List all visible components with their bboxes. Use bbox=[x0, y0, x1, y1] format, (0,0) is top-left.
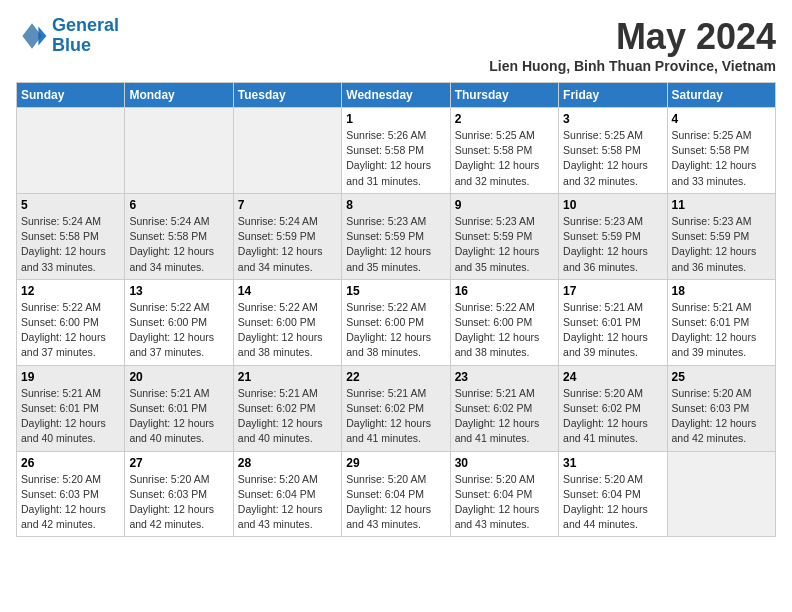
day-info: Sunrise: 5:22 AM Sunset: 6:00 PM Dayligh… bbox=[346, 300, 445, 361]
calendar-cell: 31Sunrise: 5:20 AM Sunset: 6:04 PM Dayli… bbox=[559, 451, 667, 537]
calendar-cell: 21Sunrise: 5:21 AM Sunset: 6:02 PM Dayli… bbox=[233, 365, 341, 451]
calendar-cell bbox=[17, 108, 125, 194]
day-number: 20 bbox=[129, 370, 228, 384]
page-header: General Blue May 2024 Lien Huong, Binh T… bbox=[16, 16, 776, 74]
day-info: Sunrise: 5:22 AM Sunset: 6:00 PM Dayligh… bbox=[238, 300, 337, 361]
weekday-header-monday: Monday bbox=[125, 83, 233, 108]
day-number: 9 bbox=[455, 198, 554, 212]
calendar-cell: 19Sunrise: 5:21 AM Sunset: 6:01 PM Dayli… bbox=[17, 365, 125, 451]
day-info: Sunrise: 5:25 AM Sunset: 5:58 PM Dayligh… bbox=[563, 128, 662, 189]
calendar-cell: 2Sunrise: 5:25 AM Sunset: 5:58 PM Daylig… bbox=[450, 108, 558, 194]
calendar-cell: 7Sunrise: 5:24 AM Sunset: 5:59 PM Daylig… bbox=[233, 193, 341, 279]
calendar-table: SundayMondayTuesdayWednesdayThursdayFrid… bbox=[16, 82, 776, 537]
day-number: 5 bbox=[21, 198, 120, 212]
day-info: Sunrise: 5:22 AM Sunset: 6:00 PM Dayligh… bbox=[455, 300, 554, 361]
day-info: Sunrise: 5:25 AM Sunset: 5:58 PM Dayligh… bbox=[455, 128, 554, 189]
day-info: Sunrise: 5:21 AM Sunset: 6:02 PM Dayligh… bbox=[238, 386, 337, 447]
weekday-header-row: SundayMondayTuesdayWednesdayThursdayFrid… bbox=[17, 83, 776, 108]
day-info: Sunrise: 5:21 AM Sunset: 6:01 PM Dayligh… bbox=[563, 300, 662, 361]
calendar-cell: 29Sunrise: 5:20 AM Sunset: 6:04 PM Dayli… bbox=[342, 451, 450, 537]
day-number: 22 bbox=[346, 370, 445, 384]
weekday-header-sunday: Sunday bbox=[17, 83, 125, 108]
calendar-week-row: 5Sunrise: 5:24 AM Sunset: 5:58 PM Daylig… bbox=[17, 193, 776, 279]
calendar-cell: 15Sunrise: 5:22 AM Sunset: 6:00 PM Dayli… bbox=[342, 279, 450, 365]
calendar-cell: 17Sunrise: 5:21 AM Sunset: 6:01 PM Dayli… bbox=[559, 279, 667, 365]
day-number: 24 bbox=[563, 370, 662, 384]
day-info: Sunrise: 5:24 AM Sunset: 5:58 PM Dayligh… bbox=[129, 214, 228, 275]
day-info: Sunrise: 5:20 AM Sunset: 6:04 PM Dayligh… bbox=[346, 472, 445, 533]
calendar-cell: 22Sunrise: 5:21 AM Sunset: 6:02 PM Dayli… bbox=[342, 365, 450, 451]
logo-line2: Blue bbox=[52, 35, 91, 55]
logo-line1: General bbox=[52, 15, 119, 35]
title-block: May 2024 Lien Huong, Binh Thuan Province… bbox=[489, 16, 776, 74]
calendar-cell: 26Sunrise: 5:20 AM Sunset: 6:03 PM Dayli… bbox=[17, 451, 125, 537]
day-info: Sunrise: 5:21 AM Sunset: 6:02 PM Dayligh… bbox=[455, 386, 554, 447]
day-info: Sunrise: 5:21 AM Sunset: 6:01 PM Dayligh… bbox=[129, 386, 228, 447]
day-info: Sunrise: 5:20 AM Sunset: 6:04 PM Dayligh… bbox=[563, 472, 662, 533]
day-number: 1 bbox=[346, 112, 445, 126]
calendar-cell: 1Sunrise: 5:26 AM Sunset: 5:58 PM Daylig… bbox=[342, 108, 450, 194]
day-number: 21 bbox=[238, 370, 337, 384]
calendar-week-row: 1Sunrise: 5:26 AM Sunset: 5:58 PM Daylig… bbox=[17, 108, 776, 194]
day-number: 3 bbox=[563, 112, 662, 126]
weekday-header-friday: Friday bbox=[559, 83, 667, 108]
day-info: Sunrise: 5:20 AM Sunset: 6:03 PM Dayligh… bbox=[21, 472, 120, 533]
calendar-cell: 11Sunrise: 5:23 AM Sunset: 5:59 PM Dayli… bbox=[667, 193, 775, 279]
calendar-cell: 23Sunrise: 5:21 AM Sunset: 6:02 PM Dayli… bbox=[450, 365, 558, 451]
day-number: 23 bbox=[455, 370, 554, 384]
day-number: 29 bbox=[346, 456, 445, 470]
day-number: 2 bbox=[455, 112, 554, 126]
calendar-cell: 30Sunrise: 5:20 AM Sunset: 6:04 PM Dayli… bbox=[450, 451, 558, 537]
calendar-cell: 5Sunrise: 5:24 AM Sunset: 5:58 PM Daylig… bbox=[17, 193, 125, 279]
calendar-cell: 14Sunrise: 5:22 AM Sunset: 6:00 PM Dayli… bbox=[233, 279, 341, 365]
logo-text: General Blue bbox=[52, 16, 119, 56]
calendar-cell: 6Sunrise: 5:24 AM Sunset: 5:58 PM Daylig… bbox=[125, 193, 233, 279]
day-info: Sunrise: 5:21 AM Sunset: 6:02 PM Dayligh… bbox=[346, 386, 445, 447]
calendar-cell: 18Sunrise: 5:21 AM Sunset: 6:01 PM Dayli… bbox=[667, 279, 775, 365]
day-number: 18 bbox=[672, 284, 771, 298]
calendar-cell: 24Sunrise: 5:20 AM Sunset: 6:02 PM Dayli… bbox=[559, 365, 667, 451]
day-info: Sunrise: 5:25 AM Sunset: 5:58 PM Dayligh… bbox=[672, 128, 771, 189]
calendar-cell: 16Sunrise: 5:22 AM Sunset: 6:00 PM Dayli… bbox=[450, 279, 558, 365]
calendar-cell bbox=[667, 451, 775, 537]
calendar-cell: 9Sunrise: 5:23 AM Sunset: 5:59 PM Daylig… bbox=[450, 193, 558, 279]
day-number: 4 bbox=[672, 112, 771, 126]
weekday-header-saturday: Saturday bbox=[667, 83, 775, 108]
day-number: 17 bbox=[563, 284, 662, 298]
calendar-cell: 8Sunrise: 5:23 AM Sunset: 5:59 PM Daylig… bbox=[342, 193, 450, 279]
calendar-week-row: 12Sunrise: 5:22 AM Sunset: 6:00 PM Dayli… bbox=[17, 279, 776, 365]
weekday-header-wednesday: Wednesday bbox=[342, 83, 450, 108]
day-number: 28 bbox=[238, 456, 337, 470]
day-number: 10 bbox=[563, 198, 662, 212]
day-info: Sunrise: 5:23 AM Sunset: 5:59 PM Dayligh… bbox=[563, 214, 662, 275]
calendar-cell: 13Sunrise: 5:22 AM Sunset: 6:00 PM Dayli… bbox=[125, 279, 233, 365]
day-number: 19 bbox=[21, 370, 120, 384]
logo-icon bbox=[16, 20, 48, 52]
day-number: 15 bbox=[346, 284, 445, 298]
calendar-cell: 25Sunrise: 5:20 AM Sunset: 6:03 PM Dayli… bbox=[667, 365, 775, 451]
day-info: Sunrise: 5:22 AM Sunset: 6:00 PM Dayligh… bbox=[129, 300, 228, 361]
day-info: Sunrise: 5:23 AM Sunset: 5:59 PM Dayligh… bbox=[672, 214, 771, 275]
calendar-cell bbox=[233, 108, 341, 194]
calendar-cell bbox=[125, 108, 233, 194]
day-number: 25 bbox=[672, 370, 771, 384]
calendar-cell: 12Sunrise: 5:22 AM Sunset: 6:00 PM Dayli… bbox=[17, 279, 125, 365]
day-info: Sunrise: 5:26 AM Sunset: 5:58 PM Dayligh… bbox=[346, 128, 445, 189]
day-info: Sunrise: 5:24 AM Sunset: 5:59 PM Dayligh… bbox=[238, 214, 337, 275]
day-info: Sunrise: 5:20 AM Sunset: 6:04 PM Dayligh… bbox=[455, 472, 554, 533]
day-number: 8 bbox=[346, 198, 445, 212]
day-info: Sunrise: 5:21 AM Sunset: 6:01 PM Dayligh… bbox=[672, 300, 771, 361]
day-info: Sunrise: 5:22 AM Sunset: 6:00 PM Dayligh… bbox=[21, 300, 120, 361]
day-info: Sunrise: 5:24 AM Sunset: 5:58 PM Dayligh… bbox=[21, 214, 120, 275]
calendar-week-row: 26Sunrise: 5:20 AM Sunset: 6:03 PM Dayli… bbox=[17, 451, 776, 537]
day-number: 16 bbox=[455, 284, 554, 298]
day-info: Sunrise: 5:20 AM Sunset: 6:04 PM Dayligh… bbox=[238, 472, 337, 533]
day-number: 6 bbox=[129, 198, 228, 212]
day-number: 31 bbox=[563, 456, 662, 470]
calendar-cell: 27Sunrise: 5:20 AM Sunset: 6:03 PM Dayli… bbox=[125, 451, 233, 537]
day-info: Sunrise: 5:23 AM Sunset: 5:59 PM Dayligh… bbox=[346, 214, 445, 275]
location-subtitle: Lien Huong, Binh Thuan Province, Vietnam bbox=[489, 58, 776, 74]
calendar-cell: 4Sunrise: 5:25 AM Sunset: 5:58 PM Daylig… bbox=[667, 108, 775, 194]
day-info: Sunrise: 5:20 AM Sunset: 6:03 PM Dayligh… bbox=[672, 386, 771, 447]
weekday-header-thursday: Thursday bbox=[450, 83, 558, 108]
